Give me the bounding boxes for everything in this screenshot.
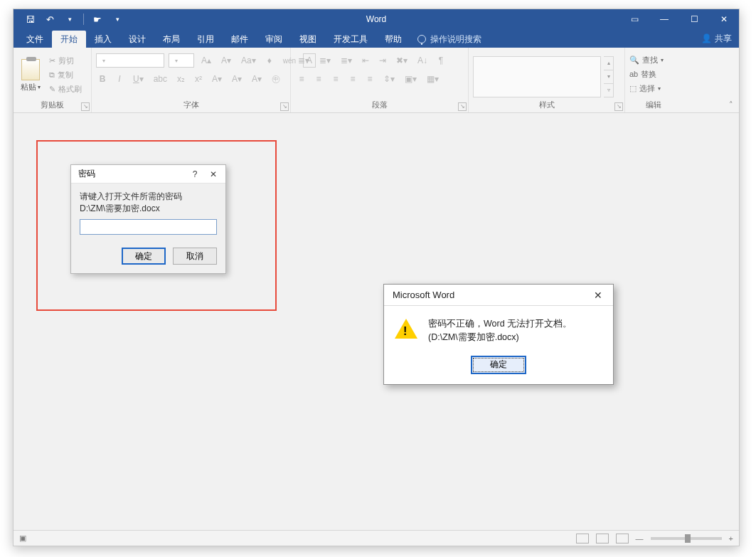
paragraph-dialog-launcher[interactable]: ↘ — [458, 102, 467, 111]
ribbon-display-options-icon[interactable]: ▭ — [619, 9, 649, 29]
zoom-out-icon[interactable]: — — [636, 534, 644, 543]
clear-format-icon[interactable]: ♦ — [263, 53, 276, 68]
format-painter-button[interactable]: ✎格式刷 — [49, 83, 82, 96]
align-center-icon[interactable]: ≡ — [312, 72, 325, 86]
select-button[interactable]: ⬚选择▾ — [629, 82, 661, 95]
change-case-icon[interactable]: Aa▾ — [238, 53, 259, 68]
cancel-button[interactable]: 取消 — [173, 248, 217, 265]
numbering-icon[interactable]: ≣▾ — [316, 53, 334, 68]
password-input[interactable] — [80, 219, 217, 235]
tab-references[interactable]: 引用 — [188, 31, 223, 48]
save-icon[interactable]: 🖫 — [21, 11, 39, 27]
line-spacing-icon[interactable]: ⇕▾ — [380, 72, 398, 86]
copy-button[interactable]: ⧉复制 — [49, 69, 82, 82]
replace-button[interactable]: ab替换 — [629, 68, 656, 80]
sort-icon[interactable]: A↓ — [415, 53, 430, 68]
highlight-icon[interactable]: A▾ — [229, 72, 245, 86]
align-left-icon[interactable]: ≡ — [295, 72, 308, 86]
zoom-in-icon[interactable]: + — [729, 534, 733, 543]
tab-file[interactable]: 文件 — [18, 31, 52, 48]
tab-mailings[interactable]: 邮件 — [223, 31, 257, 48]
multilevel-list-icon[interactable]: ≣▾ — [338, 53, 355, 68]
macro-record-icon[interactable]: ▣ — [19, 534, 26, 543]
password-dialog: 密码 ? ✕ 请键入打开文件所需的密码 D:\ZM\需要加密.docx 确定 取… — [70, 164, 226, 274]
zoom-slider[interactable] — [651, 537, 722, 540]
select-label: 选择 — [639, 83, 655, 94]
copy-icon: ⧉ — [49, 70, 55, 80]
subscript-icon[interactable]: x₂ — [174, 72, 188, 86]
font-color-icon[interactable]: A▾ — [249, 72, 265, 86]
grow-font-icon[interactable]: A▴ — [198, 53, 214, 68]
bold-icon[interactable]: B — [96, 72, 109, 86]
align-right-icon[interactable]: ≡ — [329, 72, 342, 86]
close-button[interactable]: ✕ — [709, 9, 739, 29]
borders-icon[interactable]: ▦▾ — [424, 72, 442, 86]
share-button[interactable]: 👤 共享 — [701, 29, 732, 48]
tab-insert[interactable]: 插入 — [86, 31, 120, 48]
bullets-icon[interactable]: ≣▾ — [295, 53, 312, 68]
cut-label: 剪切 — [58, 55, 74, 66]
quick-access-toolbar: 🖫 ↶ ▾ ☛ ▾ — [14, 11, 127, 27]
text-effects-icon[interactable]: A▾ — [209, 72, 225, 86]
tab-view[interactable]: 视图 — [291, 31, 325, 48]
ok-button[interactable]: 确定 — [471, 356, 526, 374]
tell-me-search[interactable]: 操作说明搜索 — [410, 31, 481, 48]
redo-icon[interactable]: ▾ — [60, 11, 79, 27]
document-area: 密码 ? ✕ 请键入打开文件所需的密码 D:\ZM\需要加密.docx 确定 取… — [14, 113, 739, 530]
tab-help[interactable]: 帮助 — [376, 31, 410, 48]
strikethrough-icon[interactable]: abc — [151, 72, 170, 86]
styles-dialog-launcher[interactable]: ↘ — [614, 102, 623, 111]
title-bar: 🖫 ↶ ▾ ☛ ▾ Word ▭ — ☐ ✕ — [14, 9, 739, 29]
paste-button[interactable]: 粘贴▾ — [18, 58, 43, 92]
group-label-editing: 编辑 — [629, 100, 678, 112]
collapse-ribbon-icon[interactable]: ˄ — [729, 100, 733, 110]
italic-icon[interactable]: I — [113, 72, 126, 86]
show-marks-icon[interactable]: ¶ — [435, 53, 447, 68]
tab-review[interactable]: 审阅 — [257, 31, 291, 48]
font-name-combo[interactable]: ▾ — [96, 53, 164, 68]
tell-me-label: 操作说明搜索 — [430, 33, 481, 46]
help-button[interactable]: ? — [187, 168, 203, 181]
word-window: 🖫 ↶ ▾ ☛ ▾ Word ▭ — ☐ ✕ 文件 开始 插入 设计 布局 引用… — [13, 9, 740, 546]
justify-icon[interactable]: ≡ — [346, 72, 359, 86]
styles-gallery-scroll[interactable]: ▴▾▿ — [604, 56, 614, 97]
error-dialog: Microsoft Word ✕ ! 密码不正确，Word 无法打开文档。 (D… — [383, 284, 614, 385]
tab-layout[interactable]: 布局 — [154, 31, 188, 48]
styles-gallery[interactable] — [473, 56, 601, 97]
tab-home[interactable]: 开始 — [52, 31, 86, 48]
undo-icon[interactable]: ↶ — [41, 11, 59, 27]
group-clipboard: 粘贴▾ ✂剪切 ⧉复制 ✎格式刷 剪贴板 ↘ — [14, 48, 92, 112]
font-size-combo[interactable]: ▾ — [169, 53, 194, 68]
tab-developer[interactable]: 开发工具 — [325, 31, 376, 48]
cut-button[interactable]: ✂剪切 — [49, 55, 82, 68]
close-icon[interactable]: ✕ — [206, 168, 221, 181]
print-layout-icon[interactable] — [596, 534, 609, 543]
superscript-icon[interactable]: x² — [192, 72, 205, 86]
password-filepath-text: D:\ZM\需要加密.docx — [80, 203, 217, 215]
tab-design[interactable]: 设计 — [120, 31, 154, 48]
distributed-icon[interactable]: ≡ — [363, 72, 376, 86]
close-icon[interactable]: ✕ — [589, 287, 607, 303]
font-dialog-launcher[interactable]: ↘ — [280, 102, 289, 111]
restore-button[interactable]: ☐ — [679, 9, 709, 29]
ok-button[interactable]: 确定 — [122, 248, 166, 265]
minimize-button[interactable]: — — [649, 9, 679, 29]
shrink-font-icon[interactable]: A▾ — [218, 53, 234, 68]
enclose-char-icon[interactable]: ㊥ — [269, 72, 283, 86]
touch-mode-icon[interactable]: ☛ — [88, 11, 107, 27]
lightbulb-icon — [417, 35, 426, 43]
error-dialog-title: Microsoft Word — [393, 290, 454, 300]
paste-label: 粘贴 — [21, 82, 36, 92]
shading-icon[interactable]: ▣▾ — [402, 72, 420, 86]
read-mode-icon[interactable] — [576, 534, 589, 543]
increase-indent-icon[interactable]: ⇥ — [376, 53, 389, 68]
web-layout-icon[interactable] — [616, 534, 629, 543]
asian-layout-icon[interactable]: ✖▾ — [393, 53, 410, 68]
error-message: 密码不正确，Word 无法打开文档。 (D:\ZM\需要加密.docx) — [428, 317, 572, 344]
qat-customize-icon[interactable]: ▾ — [108, 11, 127, 27]
clipboard-dialog-launcher[interactable]: ↘ — [81, 102, 90, 111]
decrease-indent-icon[interactable]: ⇤ — [359, 53, 372, 68]
replace-icon: ab — [629, 70, 638, 78]
underline-icon[interactable]: U▾ — [130, 72, 147, 86]
find-button[interactable]: 🔍查找▾ — [629, 53, 664, 66]
